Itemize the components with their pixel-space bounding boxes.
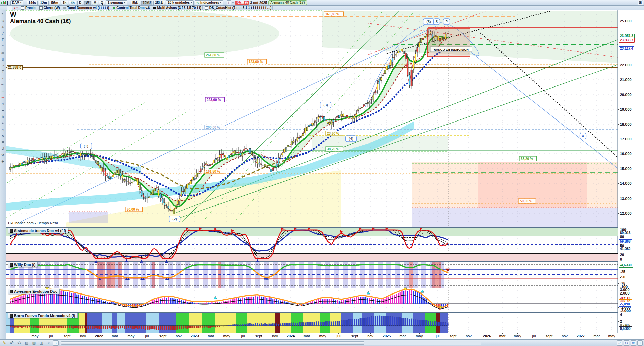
time-tick-label: nov	[466, 334, 472, 338]
tool-zoom-box-icon[interactable]: ⊕	[1, 18, 5, 24]
export-file-icon[interactable]: ▤	[24, 340, 30, 346]
info-icon[interactable]: i	[227, 0, 231, 5]
time-tick-label: may	[128, 334, 135, 338]
share-icon[interactable]: ☍	[9, 340, 15, 346]
indicators-button[interactable]: ∿Indicadores▾	[195, 0, 223, 5]
units-select[interactable]: 10 k unidades▾	[166, 0, 194, 5]
time-tick-label: mar	[112, 334, 118, 338]
checkbox-icon[interactable]	[39, 6, 43, 10]
svg-text:5: 5	[436, 20, 438, 24]
tf-button-4h[interactable]: 4h	[69, 1, 76, 5]
tool-fib-retracement-icon[interactable]: F	[1, 37, 5, 43]
indicator-toggle-2[interactable]: Tunel Domenec v4 (t t t t t)	[62, 6, 110, 10]
axis-tick-mark	[618, 311, 619, 311]
axis-tick-mark	[618, 246, 619, 246]
tool-link-icon[interactable]: ⚯	[1, 81, 5, 88]
price-value-tag: -5,090	[619, 302, 631, 307]
horizontal-scrollbar[interactable]	[60, 341, 481, 345]
tf-button-M[interactable]: M	[92, 1, 98, 5]
panel-badge-2[interactable]: Awesome Evolution Doc	[8, 289, 60, 294]
tf-button-W[interactable]: W	[84, 1, 91, 5]
indicator-toggle-3[interactable]: Control Total Doc v.6	[112, 6, 151, 10]
price-axis[interactable]: 25.00024.00023.00022.00021.00020.00019.0…	[618, 10, 644, 333]
time-tick-label: jul	[336, 334, 340, 338]
tool-fib-fan-icon[interactable]: ≡	[1, 43, 5, 49]
tf-button-Q[interactable]: Q	[99, 1, 105, 5]
svg-text:(1): (1)	[84, 144, 88, 148]
price-value-tag: 23.951,3	[619, 34, 635, 38]
tf-button-D[interactable]: D	[77, 1, 83, 5]
scrollbar-thumb[interactable]	[61, 341, 364, 345]
time-axis[interactable]: mayjulseptnov2022marmayjulseptnov2023mar…	[6, 333, 618, 340]
tool-trendline-icon[interactable]: ╱	[1, 30, 5, 37]
indicator-toggle-4[interactable]: Multi Avisos (3 f 3 1,5 70 f f)	[152, 6, 202, 10]
panel-badge-1[interactable]: Willy Doc (t)	[8, 262, 38, 267]
tf-button-12m[interactable]: 12m	[39, 1, 49, 5]
tool-text-icon[interactable]: T	[1, 69, 5, 75]
tool-crosshair-icon[interactable]: ✚	[1, 24, 5, 30]
tool-parallelogram-icon[interactable]: ▰	[1, 107, 5, 113]
tool-plus-icon[interactable]: ✚	[1, 158, 5, 165]
unit-button-10kU[interactable]: 10kU	[141, 1, 152, 5]
compare-bars-icon[interactable]: ▥	[31, 340, 37, 346]
axis-tick-mark	[618, 237, 619, 237]
panel-badge-3[interactable]: Barra Fuerza Fondo Mercado v4 (f)	[8, 313, 78, 318]
tool-diamond-icon[interactable]: ◇	[1, 101, 5, 107]
tf-button-56m[interactable]: 56m	[50, 1, 60, 5]
layout-grid-icon[interactable]: ⊞	[638, 0, 643, 5]
tool-delete-icon[interactable]: ✕	[1, 133, 5, 139]
zoom-fit-icon[interactable]: ⤢	[617, 340, 622, 346]
indicator-toggle-5[interactable]: DS_CotasHist (1 t t t 3 1 1 t f f f f f …	[204, 6, 273, 10]
scroll-left-button[interactable]: ‹	[53, 340, 59, 346]
comment-icon[interactable]: 🗭	[16, 340, 22, 346]
collapse-icons-button[interactable]: «	[46, 340, 52, 346]
unit-button-35kU[interactable]: 35kU	[153, 1, 165, 5]
tf-button-144s[interactable]: 144s	[27, 1, 37, 5]
tool-rectangle-blue-icon[interactable]: ▭	[1, 49, 5, 56]
tool-segment-green-icon[interactable]: ─	[1, 88, 5, 94]
svg-text:(3): (3)	[323, 103, 328, 107]
indicator-toggle-1[interactable]: Cierre (W)	[38, 6, 61, 10]
tool-cursor-icon[interactable]: ↖	[1, 11, 5, 18]
zoom-out-icon[interactable]: ⊖	[624, 340, 629, 346]
chart-area[interactable]: 161,80 %261,80 %123,60 %223,60 %200,00 %…	[6, 10, 618, 333]
unit-button-5kU[interactable]: 5kU	[131, 1, 140, 5]
time-tick-label: 2025	[383, 334, 391, 338]
new-window-icon[interactable]: ◫	[38, 340, 44, 346]
tool-magnet-icon[interactable]: U	[1, 145, 5, 152]
indicator-toggle-label: Control Total Doc v.6	[116, 6, 150, 10]
main-chart-canvas[interactable]: 161,80 %261,80 %123,60 %223,60 %200,00 %…	[6, 10, 618, 333]
time-tick-label: may	[32, 334, 39, 338]
period-select[interactable]: 1 semana▾	[106, 0, 127, 5]
zoom-in-icon[interactable]: ⊕	[631, 340, 636, 346]
indicator-toggle-label: Multi Avisos (3 f 3 1,5 70 f f)	[157, 6, 201, 10]
collapse-panel-button[interactable]: ⌃	[7, 5, 12, 11]
axis-tick-label: 19.000	[620, 107, 632, 111]
tool-rectangle-red-icon[interactable]: ▯	[1, 56, 5, 62]
tool-pitchfork-icon[interactable]: ⋔	[1, 113, 5, 120]
pointer-mode-icon[interactable]: ✛	[637, 340, 643, 346]
time-tick-label: jul	[145, 334, 149, 338]
indicator-toggle-bar: ⌃⇣⇡PrecioCierre (W)Tunel Domenec v4 (t t…	[0, 6, 644, 10]
svg-text:(2): (2)	[172, 217, 177, 221]
tool-segment-red-icon[interactable]: ─	[1, 94, 5, 101]
time-tick-label: nov	[562, 334, 568, 338]
axis-tick-label: 20	[620, 253, 624, 257]
tool-list-icon[interactable]: ≣	[1, 139, 5, 145]
indicator-toggle-0[interactable]: Precio	[20, 6, 37, 10]
draw-pencil-icon[interactable]: ✎	[1, 340, 7, 346]
checkbox-icon[interactable]	[205, 6, 208, 10]
tool-arrow-icon[interactable]: ↗	[1, 62, 5, 69]
tool-gear-icon[interactable]: ⚙	[1, 152, 5, 158]
time-tick-label: 2027	[577, 334, 585, 338]
checkbox-icon[interactable]	[21, 6, 24, 10]
tool-callout-icon[interactable]: ◗	[1, 75, 5, 81]
svg-text:(4): (4)	[349, 137, 353, 141]
tool-wave-icon[interactable]: ≈	[1, 120, 5, 126]
time-tick-label: sept	[351, 334, 358, 338]
instrument-badge: Alemania 40 Cash (1€)	[268, 0, 307, 5]
symbol-select[interactable]: DAX▾	[10, 0, 23, 5]
panel-badge-0[interactable]: Sistema de trenes Doc v4 (f f)	[8, 228, 68, 233]
tool-triangle-icon[interactable]: ◬	[1, 126, 5, 133]
tf-button-1h[interactable]: 1h	[61, 1, 68, 5]
